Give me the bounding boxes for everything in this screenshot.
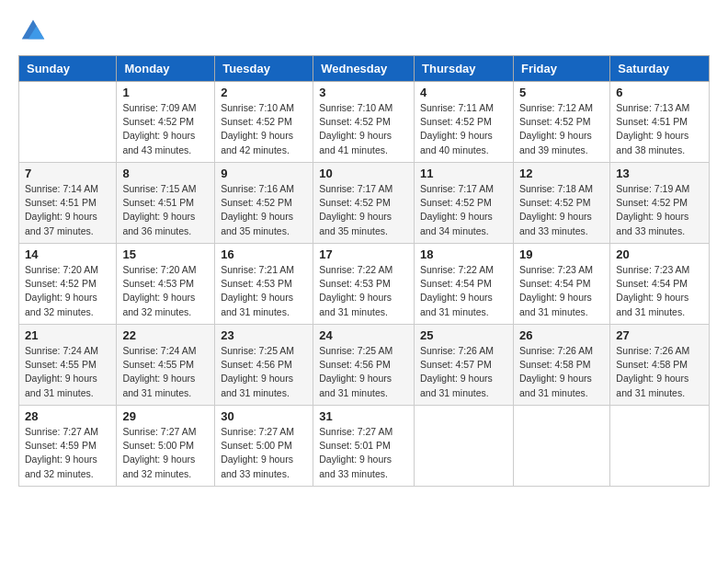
day-number: 18 (420, 247, 507, 261)
day-number: 30 (221, 409, 307, 423)
day-info: Sunrise: 7:20 AMSunset: 4:53 PMDaylight:… (122, 263, 209, 319)
day-number: 19 (519, 247, 604, 261)
calendar-table: SundayMondayTuesdayWednesdayThursdayFrid… (18, 55, 710, 487)
day-number: 29 (122, 409, 209, 423)
table-row: 26Sunrise: 7:26 AMSunset: 4:58 PMDayligh… (513, 325, 609, 406)
day-number: 23 (221, 328, 307, 342)
col-header-saturday: Saturday (610, 56, 710, 82)
table-row: 11Sunrise: 7:17 AMSunset: 4:52 PMDayligh… (415, 163, 514, 244)
day-info: Sunrise: 7:23 AMSunset: 4:54 PMDaylight:… (616, 263, 703, 319)
table-row: 21Sunrise: 7:24 AMSunset: 4:55 PMDayligh… (19, 325, 117, 406)
table-row: 5Sunrise: 7:12 AMSunset: 4:52 PMDaylight… (513, 82, 609, 163)
day-number: 20 (616, 247, 703, 261)
table-row: 14Sunrise: 7:20 AMSunset: 4:52 PMDayligh… (19, 244, 117, 325)
table-row: 17Sunrise: 7:22 AMSunset: 4:53 PMDayligh… (313, 244, 415, 325)
table-row (513, 406, 609, 487)
day-number: 6 (616, 86, 703, 99)
col-header-wednesday: Wednesday (313, 56, 415, 82)
day-info: Sunrise: 7:10 AMSunset: 4:52 PMDaylight:… (221, 101, 307, 157)
col-header-friday: Friday (513, 56, 609, 82)
day-info: Sunrise: 7:16 AMSunset: 4:52 PMDaylight:… (221, 182, 307, 238)
table-row: 24Sunrise: 7:25 AMSunset: 4:56 PMDayligh… (313, 325, 415, 406)
day-number: 12 (519, 167, 604, 180)
day-info: Sunrise: 7:09 AMSunset: 4:52 PMDaylight:… (122, 101, 209, 157)
day-number: 3 (319, 86, 408, 99)
col-header-monday: Monday (117, 56, 215, 82)
day-info: Sunrise: 7:17 AMSunset: 4:52 PMDaylight:… (319, 182, 408, 238)
table-row (610, 406, 710, 487)
table-row: 28Sunrise: 7:27 AMSunset: 4:59 PMDayligh… (19, 406, 117, 487)
day-number: 11 (420, 167, 507, 180)
table-row: 16Sunrise: 7:21 AMSunset: 4:53 PMDayligh… (215, 244, 313, 325)
day-number: 9 (221, 167, 307, 180)
col-header-sunday: Sunday (19, 56, 117, 82)
table-row: 3Sunrise: 7:10 AMSunset: 4:52 PMDaylight… (313, 82, 415, 163)
table-row: 15Sunrise: 7:20 AMSunset: 4:53 PMDayligh… (117, 244, 215, 325)
day-info: Sunrise: 7:26 AMSunset: 4:58 PMDaylight:… (616, 344, 703, 400)
day-info: Sunrise: 7:24 AMSunset: 4:55 PMDaylight:… (25, 344, 110, 400)
day-number: 22 (122, 328, 209, 342)
logo (18, 17, 50, 46)
table-row: 27Sunrise: 7:26 AMSunset: 4:58 PMDayligh… (610, 325, 710, 406)
day-number: 8 (122, 167, 209, 180)
day-info: Sunrise: 7:27 AMSunset: 5:00 PMDaylight:… (122, 425, 209, 481)
table-row: 9Sunrise: 7:16 AMSunset: 4:52 PMDaylight… (215, 163, 313, 244)
day-number: 10 (319, 167, 408, 180)
table-row: 13Sunrise: 7:19 AMSunset: 4:52 PMDayligh… (610, 163, 710, 244)
table-row: 25Sunrise: 7:26 AMSunset: 4:57 PMDayligh… (415, 325, 514, 406)
day-info: Sunrise: 7:27 AMSunset: 4:59 PMDaylight:… (25, 425, 110, 481)
day-number: 1 (122, 86, 209, 99)
table-row: 31Sunrise: 7:27 AMSunset: 5:01 PMDayligh… (313, 406, 415, 487)
day-info: Sunrise: 7:10 AMSunset: 4:52 PMDaylight:… (319, 101, 408, 157)
day-info: Sunrise: 7:22 AMSunset: 4:53 PMDaylight:… (319, 263, 408, 319)
day-info: Sunrise: 7:20 AMSunset: 4:52 PMDaylight:… (25, 263, 110, 319)
table-row: 18Sunrise: 7:22 AMSunset: 4:54 PMDayligh… (415, 244, 514, 325)
day-info: Sunrise: 7:27 AMSunset: 5:00 PMDaylight:… (221, 425, 307, 481)
day-number: 28 (25, 409, 110, 423)
day-info: Sunrise: 7:13 AMSunset: 4:51 PMDaylight:… (616, 101, 703, 157)
day-number: 25 (420, 328, 507, 342)
day-number: 14 (25, 247, 110, 261)
day-info: Sunrise: 7:26 AMSunset: 4:57 PMDaylight:… (420, 344, 507, 400)
day-number: 4 (420, 86, 507, 99)
day-number: 16 (221, 247, 307, 261)
col-header-tuesday: Tuesday (215, 56, 313, 82)
day-number: 27 (616, 328, 703, 342)
col-header-thursday: Thursday (415, 56, 514, 82)
table-row: 12Sunrise: 7:18 AMSunset: 4:52 PMDayligh… (513, 163, 609, 244)
table-row: 22Sunrise: 7:24 AMSunset: 4:55 PMDayligh… (117, 325, 215, 406)
day-info: Sunrise: 7:26 AMSunset: 4:58 PMDaylight:… (519, 344, 604, 400)
day-info: Sunrise: 7:18 AMSunset: 4:52 PMDaylight:… (519, 182, 604, 238)
day-number: 24 (319, 328, 408, 342)
table-row (19, 82, 117, 163)
table-row: 29Sunrise: 7:27 AMSunset: 5:00 PMDayligh… (117, 406, 215, 487)
page: SundayMondayTuesdayWednesdayThursdayFrid… (0, 0, 728, 563)
day-info: Sunrise: 7:12 AMSunset: 4:52 PMDaylight:… (519, 101, 604, 157)
day-info: Sunrise: 7:14 AMSunset: 4:51 PMDaylight:… (25, 182, 110, 238)
header (18, 17, 710, 46)
day-number: 31 (319, 409, 408, 423)
table-row: 2Sunrise: 7:10 AMSunset: 4:52 PMDaylight… (215, 82, 313, 163)
table-row: 19Sunrise: 7:23 AMSunset: 4:54 PMDayligh… (513, 244, 609, 325)
table-row: 6Sunrise: 7:13 AMSunset: 4:51 PMDaylight… (610, 82, 710, 163)
table-row: 7Sunrise: 7:14 AMSunset: 4:51 PMDaylight… (19, 163, 117, 244)
day-info: Sunrise: 7:11 AMSunset: 4:52 PMDaylight:… (420, 101, 507, 157)
day-info: Sunrise: 7:25 AMSunset: 4:56 PMDaylight:… (319, 344, 408, 400)
day-info: Sunrise: 7:24 AMSunset: 4:55 PMDaylight:… (122, 344, 209, 400)
day-info: Sunrise: 7:22 AMSunset: 4:54 PMDaylight:… (420, 263, 507, 319)
day-info: Sunrise: 7:23 AMSunset: 4:54 PMDaylight:… (519, 263, 604, 319)
logo-icon (20, 17, 46, 42)
day-info: Sunrise: 7:15 AMSunset: 4:51 PMDaylight:… (122, 182, 209, 238)
day-number: 26 (519, 328, 604, 342)
day-number: 15 (122, 247, 209, 261)
day-number: 2 (221, 86, 307, 99)
table-row: 23Sunrise: 7:25 AMSunset: 4:56 PMDayligh… (215, 325, 313, 406)
day-number: 5 (519, 86, 604, 99)
day-number: 13 (616, 167, 703, 180)
day-info: Sunrise: 7:17 AMSunset: 4:52 PMDaylight:… (420, 182, 507, 238)
table-row: 1Sunrise: 7:09 AMSunset: 4:52 PMDaylight… (117, 82, 215, 163)
day-info: Sunrise: 7:27 AMSunset: 5:01 PMDaylight:… (319, 425, 408, 481)
day-info: Sunrise: 7:19 AMSunset: 4:52 PMDaylight:… (616, 182, 703, 238)
table-row: 20Sunrise: 7:23 AMSunset: 4:54 PMDayligh… (610, 244, 710, 325)
day-number: 17 (319, 247, 408, 261)
